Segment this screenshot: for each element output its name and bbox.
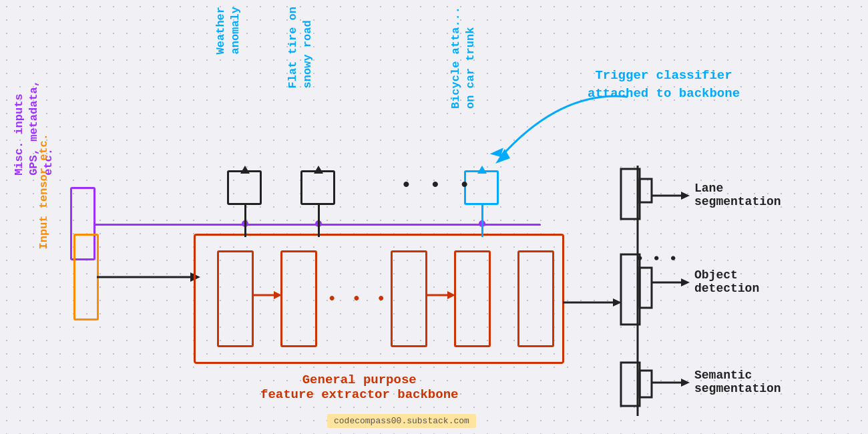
backbone-block-2 (280, 250, 317, 347)
backbone-block-3 (391, 250, 427, 347)
varrow-1 (244, 204, 246, 237)
backbone-inner-dots: • • • (327, 290, 389, 308)
lane-seg-arrow (651, 189, 691, 202)
backbone-block-1 (217, 250, 254, 347)
general-purpose-label: General purposefeature extractor backbon… (260, 373, 458, 402)
classifier-box-2 (300, 170, 335, 205)
backbone-block-5 (517, 250, 554, 347)
backbone-block-4 (454, 250, 491, 347)
svg-marker-5 (447, 291, 455, 299)
semantic-segmentation-label: Semanticsegmentation (694, 369, 781, 395)
bicycle-attack-label: Bicycle atta...on car trunk (449, 7, 478, 109)
svg-marker-22 (613, 298, 622, 306)
svg-marker-20 (681, 379, 690, 387)
input-arrow (97, 267, 204, 287)
flat-tire-label: Flat tire onsnowy road (286, 7, 315, 88)
classifier-box-1 (227, 170, 262, 205)
backbone-arrow-2 (426, 287, 456, 304)
svg-marker-16 (681, 192, 690, 200)
classifier-middle-dots: • • • (401, 175, 473, 196)
input-tensor-box (73, 234, 99, 320)
lane-segmentation-label: Lanesegmentation (694, 182, 781, 208)
svg-rect-14 (640, 371, 652, 397)
obj-det-arrow (651, 276, 691, 289)
trigger-arrow (481, 77, 641, 184)
weather-anomaly-label: Weatheranomaly (214, 7, 243, 54)
backbone-arrow-1 (252, 287, 282, 304)
svg-rect-10 (640, 179, 652, 202)
sem-seg-arrow (651, 376, 691, 389)
input-tensor-label: Input tensor etc. (37, 134, 51, 249)
diagram-container: Misc. inputsGPS, metadata,etc. Input ten… (0, 0, 868, 434)
varrow-3-blue (481, 204, 483, 237)
watermark: codecompass00.substack.com (327, 414, 476, 428)
varrow-2 (318, 204, 320, 237)
svg-marker-18 (681, 278, 690, 286)
svg-marker-3 (274, 291, 282, 299)
object-detection-label: Objectdetection (694, 268, 759, 295)
backbone-to-right-arrow (563, 296, 623, 309)
